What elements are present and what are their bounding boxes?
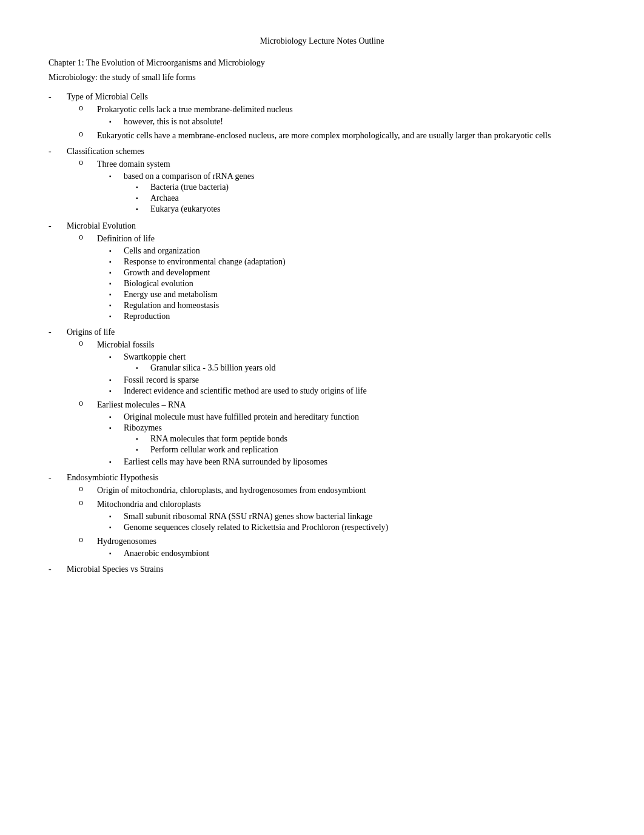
level3-bullet: ▪ (109, 524, 124, 531)
level4-bullet: ▪ (136, 195, 150, 201)
level4-item: ▪Granular silica - 3.5 billion years old (124, 363, 275, 373)
level3-label: Small subunit ribosomal RNA (SSU rRNA) g… (124, 512, 372, 521)
level2-bullet: o (79, 398, 97, 408)
level3-bullet: ▪ (109, 291, 124, 298)
level1-bullet: - (49, 221, 67, 231)
level3-item: ▪Ribozymes▪RNA molecules that form pepti… (97, 423, 595, 456)
level3-item: ▪Small subunit ribosomal RNA (SSU rRNA) … (97, 512, 595, 521)
level1-item: -Endosymbiotic HypothesisoOrigin of mito… (49, 473, 595, 561)
level3-content: Reproduction (124, 312, 170, 321)
level3-content: Earliest cells may have been RNA surroun… (124, 457, 327, 467)
level3-bullet: ▪ (109, 302, 124, 309)
level3-item: ▪Cells and organization (97, 246, 595, 256)
level1-label: Microbial Evolution (67, 221, 595, 231)
level2-item: oOrigin of mitochondria, chloroplasts, a… (67, 484, 595, 497)
level2-content: Mitochondria and chloroplasts▪Small subu… (97, 498, 595, 534)
level3-content: Energy use and metabolism (124, 290, 218, 300)
level3-item: ▪Anaerobic endosymbiont (97, 549, 595, 558)
level3-item: ▪Reproduction (97, 312, 595, 321)
level3-content: Cells and organization (124, 246, 200, 256)
level3-label: Earliest cells may have been RNA surroun… (124, 457, 327, 466)
level4-bullet: ▪ (136, 446, 150, 453)
level3-label: Energy use and metabolism (124, 290, 218, 299)
level3-item: ▪Regulation and homeostasis (97, 301, 595, 310)
level3-label: Reproduction (124, 312, 170, 321)
level2-content: Microbial fossils▪Swartkoppie chert▪Gran… (97, 338, 595, 397)
level3-item: ▪Energy use and metabolism (97, 290, 595, 300)
level2-bullet: o (79, 232, 97, 242)
level3-content: Inderect evidence and scientific method … (124, 386, 367, 396)
level4-label: Eukarya (eukaryotes (150, 204, 220, 214)
level2-item: oMitochondria and chloroplasts▪Small sub… (67, 498, 595, 534)
level2-item: oEukaryotic cells have a membrane-enclos… (67, 129, 595, 142)
level4-label: Granular silica - 3.5 billion years old (150, 363, 275, 373)
level2-content: Eukaryotic cells have a membrane-enclose… (97, 129, 595, 142)
level4-item: ▪Eukarya (eukaryotes (124, 204, 254, 214)
level2-bullet: o (79, 535, 97, 545)
level4-bullet: ▪ (136, 435, 150, 442)
level2-item: oHydrogenosomes▪Anaerobic endosymbiont (67, 535, 595, 560)
level3-item: ▪Genome sequences closely related to Ric… (97, 523, 595, 532)
level3-bullet: ▪ (109, 414, 124, 420)
level1-label: Endosymbiotic Hypothesis (67, 473, 595, 483)
chapter-title: Chapter 1: The Evolution of Microorganis… (49, 58, 595, 68)
level4-bullet: ▪ (136, 364, 150, 371)
level1-label: Origins of life (67, 327, 595, 337)
level3-item: ▪Earliest cells may have been RNA surrou… (97, 457, 595, 467)
level1-content: Type of Microbial CellsoProkaryotic cell… (67, 92, 595, 143)
microbiology-definition: Microbiology: the study of small life fo… (49, 73, 595, 82)
level1-content: Microbial Species vs Strains (67, 565, 595, 575)
level2-item: oProkaryotic cells lack a true membrane-… (67, 103, 595, 128)
level2-bullet: o (79, 103, 97, 113)
level4-label: Archaea (150, 193, 179, 203)
level3-content: Swartkoppie chert▪Granular silica - 3.5 … (124, 352, 275, 374)
level1-bullet: - (49, 473, 67, 483)
level1-label: Microbial Species vs Strains (67, 565, 595, 574)
level2-bullet: o (79, 498, 97, 508)
level3-bullet: ▪ (109, 313, 124, 320)
level3-label: Original molecule must have fulfilled pr… (124, 412, 359, 421)
level3-item: ▪Inderect evidence and scientific method… (97, 386, 595, 396)
level3-bullet: ▪ (109, 513, 124, 520)
level1-item: -Microbial EvolutionoDefinition of life▪… (49, 221, 595, 324)
level1-item: -Classification schemesoThree domain sys… (49, 147, 595, 218)
level3-content: Original molecule must have fulfilled pr… (124, 412, 359, 422)
level1-content: Origins of lifeoMicrobial fossils▪Swartk… (67, 327, 595, 469)
level1-content: Microbial EvolutionoDefinition of life▪C… (67, 221, 595, 324)
level1-bullet: - (49, 565, 67, 574)
level3-bullet: ▪ (109, 377, 124, 383)
level3-item: ▪Original molecule must have fulfilled p… (97, 412, 595, 422)
level3-item: ▪Fossil record is sparse (97, 375, 595, 385)
level4-item: ▪Bacteria (true bacteria) (124, 183, 254, 192)
level3-label: based on a comparison of rRNA genes (124, 172, 254, 181)
level3-bullet: ▪ (109, 247, 124, 254)
level2-item: oThree domain system▪based on a comparis… (67, 158, 595, 216)
level3-label: Inderect evidence and scientific method … (124, 386, 367, 395)
level1-item: -Origins of lifeoMicrobial fossils▪Swart… (49, 327, 595, 469)
level3-item: ▪Growth and development (97, 268, 595, 278)
level3-bullet: ▪ (109, 118, 124, 125)
level3-bullet: ▪ (109, 280, 124, 287)
level4-item: ▪Perform cellular work and replication (124, 445, 287, 455)
level2-bullet: o (79, 338, 97, 348)
level3-content: Regulation and homeostasis (124, 301, 219, 310)
level1-content: Endosymbiotic HypothesisoOrigin of mitoc… (67, 473, 595, 561)
level2-label: Earliest molecules – RNA (97, 398, 595, 411)
level3-bullet: ▪ (109, 173, 124, 179)
level2-label: Eukaryotic cells have a membrane-enclose… (97, 129, 595, 142)
level4-label: RNA molecules that form peptide bonds (150, 434, 287, 444)
level3-label: Anaerobic endosymbiont (124, 549, 209, 558)
level2-label: Prokaryotic cells lack a true membrane-d… (97, 103, 595, 116)
level4-item: ▪RNA molecules that form peptide bonds (124, 434, 287, 444)
level3-label: Genome sequences closely related to Rick… (124, 523, 388, 532)
level2-label: Three domain system (97, 158, 595, 170)
level2-item: oEarliest molecules – RNA▪Original molec… (67, 398, 595, 468)
level2-bullet: o (79, 129, 97, 139)
level3-item: ▪based on a comparison of rRNA genes▪Bac… (97, 172, 595, 215)
level1-content: Classification schemesoThree domain syst… (67, 147, 595, 218)
level2-content: Origin of mitochondria, chloroplasts, an… (97, 484, 595, 497)
level3-label: Fossil record is sparse (124, 375, 199, 384)
level3-item: ▪however, this is not absolute! (97, 117, 595, 127)
level4-bullet: ▪ (136, 184, 150, 190)
level3-content: Genome sequences closely related to Rick… (124, 523, 388, 532)
